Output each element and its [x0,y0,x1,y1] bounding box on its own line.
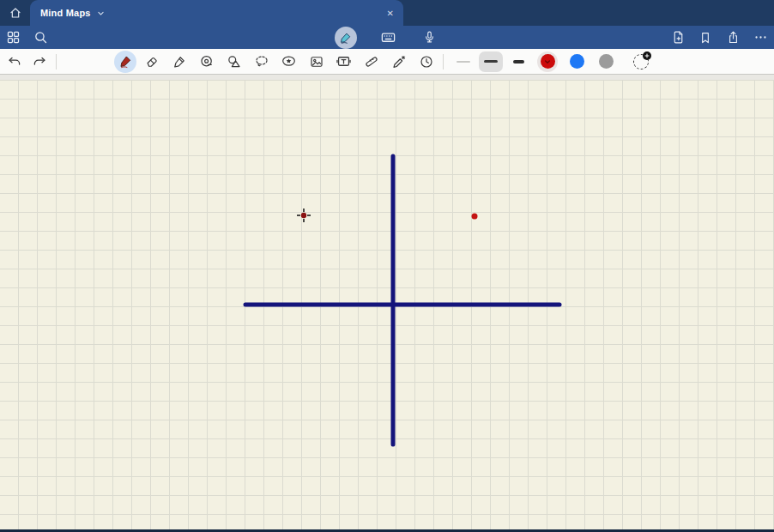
canvas-area [0,75,774,532]
search-icon [33,30,48,45]
timer-tool-button[interactable] [414,51,438,73]
redo-button[interactable] [27,51,51,73]
toolbar-divider [443,54,444,70]
ruler-icon [364,54,379,70]
eraser-tool-button[interactable] [139,51,164,73]
image-tool-button[interactable] [304,51,329,73]
navbar-left-group [0,27,51,48]
search-button[interactable] [30,27,51,48]
tools-group [114,51,438,73]
medium-line-icon [484,60,498,63]
clock-icon [419,54,434,70]
color-red-button[interactable] [537,51,558,72]
lasso-icon [254,54,269,70]
microphone-icon [422,30,437,45]
stroke-width-thin-button[interactable] [451,51,475,72]
bookmark-button[interactable] [695,27,716,48]
thick-line-icon [513,60,524,63]
pen-icon [118,54,133,69]
ruler-tool-button[interactable] [359,51,384,73]
text-tool-button[interactable] [331,51,356,73]
ellipsis-icon [753,30,768,45]
navbar-center-group [335,26,439,49]
apps-grid-icon [6,30,21,45]
color-blue-button[interactable] [566,51,587,72]
add-page-button[interactable] [668,27,688,48]
shapes-tool-button[interactable] [221,51,246,73]
home-button[interactable] [0,0,30,26]
tape-tool-button[interactable] [194,51,219,73]
drawing-toolbar [0,49,774,75]
chevron-down-icon [544,58,551,65]
blue-swatch [570,54,584,69]
undo-button[interactable] [2,51,27,73]
notes-app-window: Mind Maps ✕ [0,0,774,532]
documents-grid-button[interactable] [3,27,23,48]
image-icon [309,54,324,70]
highlighter-tool-button[interactable] [166,51,191,73]
shapes-icon [227,54,242,70]
eraser-icon [144,54,160,70]
share-button[interactable] [723,27,743,48]
home-icon [9,6,22,20]
microphone-button[interactable] [419,27,439,48]
gray-swatch [599,54,614,69]
undo-icon [7,54,22,70]
stroke-width-group [451,51,530,72]
tape-icon [199,54,215,70]
plus-icon [643,51,651,60]
main-toolbar [0,26,774,49]
highlighter-icon [172,54,187,70]
keyboard-button[interactable] [378,27,398,48]
smart-pen-tool-button[interactable] [386,51,411,73]
lasso-tool-button[interactable] [249,51,274,73]
keyboard-icon [380,29,396,45]
tab-title: Mind Maps [40,8,91,18]
navbar-right-group [668,27,774,48]
redo-icon [32,54,47,70]
tab-close-button[interactable]: ✕ [387,0,394,26]
titlebar: Mind Maps ✕ [0,0,774,26]
smart-pen-icon [391,54,407,70]
color-swatch-group [537,51,649,72]
note-page[interactable] [0,80,774,529]
stroke-width-medium-button[interactable] [479,51,503,72]
color-gray-button[interactable] [596,51,616,72]
pen-mode-icon [339,31,353,45]
add-color-button[interactable] [633,54,649,70]
stroke-width-thick-button[interactable] [506,51,530,72]
stickers-icon [281,53,297,70]
document-tab[interactable]: Mind Maps ✕ [30,0,403,26]
pen-tool-button[interactable] [114,51,136,73]
text-box-icon [336,53,352,70]
share-icon [726,30,741,45]
more-options-button[interactable] [750,27,771,48]
bookmark-icon [698,31,712,45]
stickers-tool-button[interactable] [276,51,301,73]
thin-line-icon [457,61,470,63]
chevron-down-icon[interactable] [97,9,105,17]
toolbar-divider [56,54,57,70]
add-page-icon [671,30,686,45]
pen-mode-button[interactable] [335,27,357,49]
red-swatch [541,54,555,69]
